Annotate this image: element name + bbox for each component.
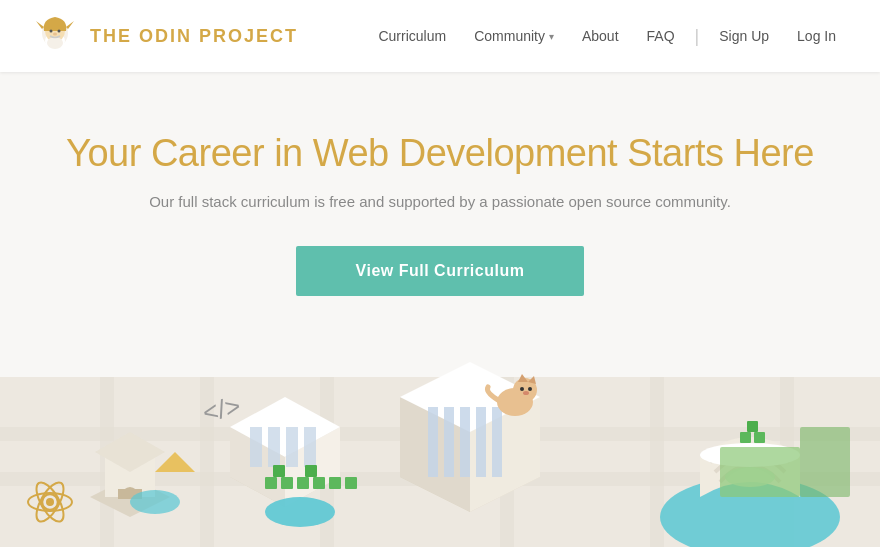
svg-point-68 — [130, 490, 180, 514]
svg-point-5 — [53, 33, 57, 36]
logo-icon — [30, 11, 80, 61]
svg-point-20 — [46, 498, 54, 506]
svg-rect-34 — [265, 477, 277, 489]
svg-rect-38 — [313, 477, 325, 489]
illustration-svg: </> — [0, 317, 880, 547]
svg-rect-31 — [268, 427, 280, 467]
nav-community[interactable]: Community ▾ — [460, 20, 568, 52]
nav-faq[interactable]: FAQ — [633, 20, 689, 52]
svg-point-58 — [523, 391, 529, 395]
svg-rect-41 — [345, 477, 357, 489]
svg-point-6 — [47, 37, 63, 49]
navbar: THE ODIN PROJECT Curriculum Community ▾ … — [0, 0, 880, 72]
cta-button[interactable]: View Full Curriculum — [296, 246, 585, 296]
hero-subtitle: Our full stack curriculum is free and su… — [149, 193, 731, 210]
svg-rect-64 — [740, 432, 751, 443]
svg-rect-30 — [250, 427, 262, 467]
nav-links: Curriculum Community ▾ About FAQ | Sign … — [364, 20, 850, 52]
illustration: </> — [0, 317, 880, 547]
nav-curriculum[interactable]: Curriculum — [364, 20, 460, 52]
svg-rect-37 — [297, 477, 309, 489]
svg-rect-36 — [273, 465, 285, 477]
svg-rect-48 — [444, 407, 454, 477]
hero-title: Your Career in Web Development Starts He… — [66, 132, 814, 175]
logo-link[interactable]: THE ODIN PROJECT — [30, 11, 298, 61]
svg-rect-47 — [428, 407, 438, 477]
nav-login[interactable]: Log In — [783, 20, 850, 52]
svg-rect-51 — [492, 407, 502, 477]
svg-point-3 — [50, 30, 53, 33]
svg-rect-66 — [747, 421, 758, 432]
site-name: THE ODIN PROJECT — [90, 26, 298, 47]
svg-point-56 — [520, 387, 524, 391]
svg-rect-65 — [754, 432, 765, 443]
svg-rect-40 — [329, 477, 341, 489]
community-dropdown-caret: ▾ — [549, 31, 554, 42]
nav-about[interactable]: About — [568, 20, 633, 52]
svg-rect-63 — [800, 427, 850, 497]
svg-rect-35 — [281, 477, 293, 489]
nav-signup[interactable]: Sign Up — [705, 20, 783, 52]
svg-rect-49 — [460, 407, 470, 477]
svg-rect-62 — [720, 447, 800, 497]
svg-point-42 — [265, 497, 335, 527]
svg-point-4 — [58, 30, 61, 33]
svg-rect-50 — [476, 407, 486, 477]
svg-rect-39 — [305, 465, 317, 477]
hero-section: Your Career in Web Development Starts He… — [0, 72, 880, 296]
svg-rect-32 — [286, 427, 298, 467]
svg-rect-33 — [304, 427, 316, 467]
nav-divider: | — [689, 26, 706, 47]
svg-point-57 — [528, 387, 532, 391]
